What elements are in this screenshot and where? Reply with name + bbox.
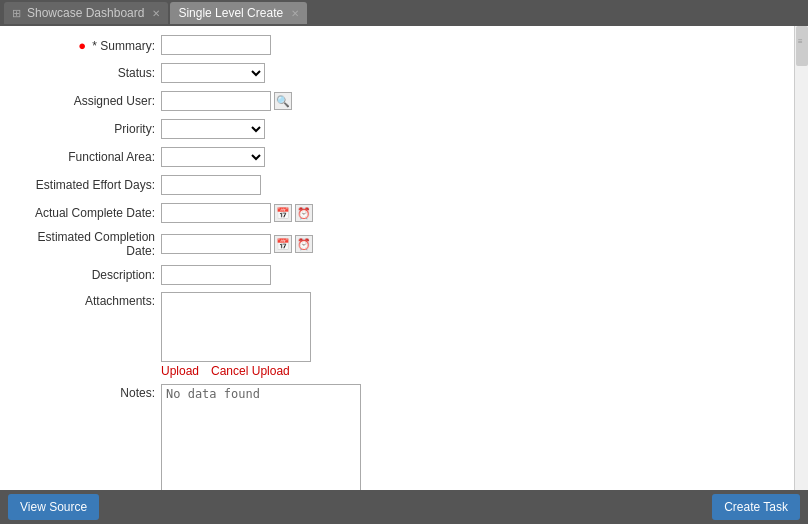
tab-single-level-close[interactable]: ✕ xyxy=(291,8,299,19)
status-select[interactable] xyxy=(161,63,265,83)
upload-link[interactable]: Upload xyxy=(161,364,199,378)
create-task-button[interactable]: Create Task xyxy=(712,494,800,520)
functional-area-label: Functional Area: xyxy=(16,150,161,164)
assigned-user-field-group: 🔍 xyxy=(161,91,292,111)
estimated-effort-label: Estimated Effort Days: xyxy=(16,178,161,192)
main-area: ● * Summary: Status: Assigned User: 🔍 Pr… xyxy=(0,26,808,490)
notes-label: Notes: xyxy=(16,384,161,400)
tab-bar: ⊞ Showcase Dashboard ✕ Single Level Crea… xyxy=(0,0,808,26)
priority-row: Priority: xyxy=(16,118,778,140)
status-row: Status: xyxy=(16,62,778,84)
attachments-label: Attachments: xyxy=(16,292,161,308)
tab-single-level-create[interactable]: Single Level Create ✕ xyxy=(170,2,307,24)
bottom-toolbar: View Source Create Task xyxy=(0,490,808,524)
attachments-links: Upload Cancel Upload xyxy=(161,364,311,378)
summary-row: ● * Summary: xyxy=(16,34,778,56)
estimated-completion-field-group: 📅 ⏰ xyxy=(161,234,313,254)
estimated-effort-input[interactable] xyxy=(161,175,261,195)
required-icon: ● xyxy=(78,38,86,53)
actual-complete-input[interactable] xyxy=(161,203,271,223)
scrollbar-thumb[interactable] xyxy=(796,26,808,66)
attachments-row: Attachments: Upload Cancel Upload xyxy=(16,292,778,378)
estimated-completion-row: Estimated Completion Date: 📅 ⏰ xyxy=(16,230,778,258)
actual-complete-time-icon[interactable]: ⏰ xyxy=(295,204,313,222)
assigned-user-search-icon[interactable]: 🔍 xyxy=(274,92,292,110)
scrollbar-lines: ≡ xyxy=(798,40,803,44)
assigned-user-label: Assigned User: xyxy=(16,94,161,108)
dashboard-icon: ⊞ xyxy=(12,7,21,20)
assigned-user-input[interactable] xyxy=(161,91,271,111)
estimated-completion-input[interactable] xyxy=(161,234,271,254)
description-label: Description: xyxy=(16,268,161,282)
priority-label: Priority: xyxy=(16,122,161,136)
description-row: Description: xyxy=(16,264,778,286)
summary-input[interactable] xyxy=(161,35,271,55)
actual-complete-label: Actual Complete Date: xyxy=(16,206,161,220)
functional-area-row: Functional Area: xyxy=(16,146,778,168)
estimated-completion-calendar-icon[interactable]: 📅 xyxy=(274,235,292,253)
actual-complete-calendar-icon[interactable]: 📅 xyxy=(274,204,292,222)
actual-complete-row: Actual Complete Date: 📅 ⏰ xyxy=(16,202,778,224)
description-input[interactable] xyxy=(161,265,271,285)
notes-row: Notes: No data found xyxy=(16,384,778,490)
cancel-upload-link[interactable]: Cancel Upload xyxy=(211,364,290,378)
functional-area-select[interactable] xyxy=(161,147,265,167)
scrollbar[interactable]: ≡ xyxy=(794,26,808,490)
attachments-box xyxy=(161,292,311,362)
estimated-completion-time-icon[interactable]: ⏰ xyxy=(295,235,313,253)
tab-showcase-dashboard[interactable]: ⊞ Showcase Dashboard ✕ xyxy=(4,2,168,24)
view-source-button[interactable]: View Source xyxy=(8,494,99,520)
notes-textarea[interactable]: No data found xyxy=(161,384,361,490)
priority-select[interactable] xyxy=(161,119,265,139)
estimated-completion-label: Estimated Completion Date: xyxy=(16,230,161,258)
assigned-user-row: Assigned User: 🔍 xyxy=(16,90,778,112)
tab-showcase-close[interactable]: ✕ xyxy=(152,8,160,19)
actual-complete-field-group: 📅 ⏰ xyxy=(161,203,313,223)
form-panel: ● * Summary: Status: Assigned User: 🔍 Pr… xyxy=(0,26,794,490)
tab-showcase-label: Showcase Dashboard xyxy=(27,6,144,20)
estimated-effort-row: Estimated Effort Days: xyxy=(16,174,778,196)
notes-section: No data found xyxy=(161,384,361,490)
summary-label: ● * Summary: xyxy=(16,38,161,53)
status-label: Status: xyxy=(16,66,161,80)
tab-single-level-label: Single Level Create xyxy=(178,6,283,20)
attachments-section: Upload Cancel Upload xyxy=(161,292,311,378)
